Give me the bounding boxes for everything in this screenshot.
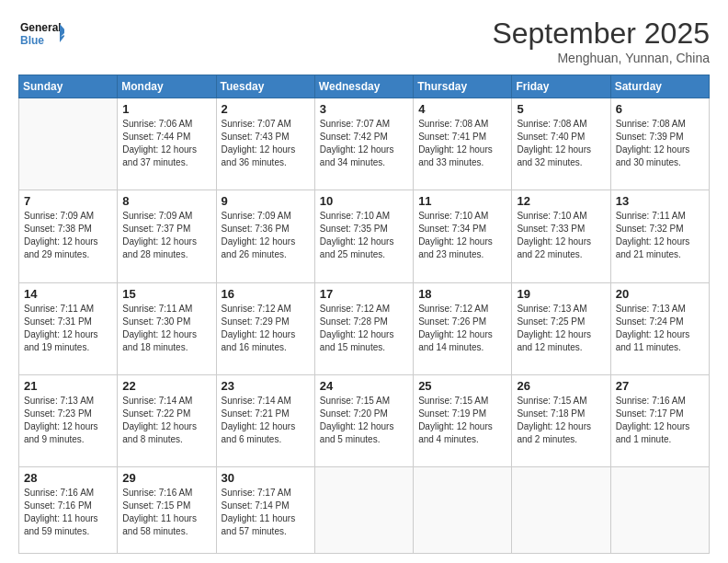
day-number: 27 <box>616 379 704 393</box>
svg-marker-2 <box>60 24 64 42</box>
col-friday: Friday <box>512 75 610 98</box>
day-number: 3 <box>320 102 408 116</box>
svg-text:Blue: Blue <box>20 34 44 47</box>
cell-4-0: 28Sunrise: 7:16 AM Sunset: 7:16 PM Dayli… <box>19 467 118 554</box>
day-info: Sunrise: 7:14 AM Sunset: 7:22 PM Dayligh… <box>122 395 210 446</box>
day-number: 23 <box>222 379 310 393</box>
day-number: 13 <box>616 194 704 208</box>
day-number: 20 <box>616 287 704 301</box>
cell-3-6: 27Sunrise: 7:16 AM Sunset: 7:17 PM Dayli… <box>610 375 709 467</box>
day-info: Sunrise: 7:11 AM Sunset: 7:30 PM Dayligh… <box>122 303 210 354</box>
day-info: Sunrise: 7:15 AM Sunset: 7:19 PM Dayligh… <box>418 395 506 446</box>
title-block: September 2025 Menghuan, Yunnan, China <box>492 17 710 65</box>
week-row-3: 14Sunrise: 7:11 AM Sunset: 7:31 PM Dayli… <box>19 282 710 374</box>
cell-3-2: 23Sunrise: 7:14 AM Sunset: 7:21 PM Dayli… <box>216 375 314 467</box>
day-info: Sunrise: 7:13 AM Sunset: 7:24 PM Dayligh… <box>616 303 704 354</box>
day-info: Sunrise: 7:07 AM Sunset: 7:43 PM Dayligh… <box>222 118 310 169</box>
cell-4-1: 29Sunrise: 7:16 AM Sunset: 7:15 PM Dayli… <box>118 467 216 554</box>
cell-0-3: 3Sunrise: 7:07 AM Sunset: 7:42 PM Daylig… <box>314 98 413 190</box>
cell-1-2: 9Sunrise: 7:09 AM Sunset: 7:36 PM Daylig… <box>216 190 314 282</box>
day-info: Sunrise: 7:14 AM Sunset: 7:21 PM Dayligh… <box>222 395 310 446</box>
cell-1-0: 7Sunrise: 7:09 AM Sunset: 7:38 PM Daylig… <box>19 190 118 282</box>
day-number: 10 <box>320 194 408 208</box>
cell-0-0 <box>19 98 118 190</box>
cell-0-1: 1Sunrise: 7:06 AM Sunset: 7:44 PM Daylig… <box>118 98 216 190</box>
cell-3-5: 26Sunrise: 7:15 AM Sunset: 7:18 PM Dayli… <box>512 375 610 467</box>
day-info: Sunrise: 7:10 AM Sunset: 7:35 PM Dayligh… <box>320 210 408 261</box>
day-number: 15 <box>122 287 210 301</box>
cell-1-1: 8Sunrise: 7:09 AM Sunset: 7:37 PM Daylig… <box>118 190 216 282</box>
day-info: Sunrise: 7:07 AM Sunset: 7:42 PM Dayligh… <box>320 118 408 169</box>
cell-4-4 <box>414 467 512 554</box>
day-number: 21 <box>24 379 112 393</box>
location: Menghuan, Yunnan, China <box>492 51 710 65</box>
day-number: 11 <box>418 194 506 208</box>
day-info: Sunrise: 7:13 AM Sunset: 7:25 PM Dayligh… <box>517 303 605 354</box>
day-number: 28 <box>24 471 112 485</box>
day-number: 30 <box>222 471 310 485</box>
day-info: Sunrise: 7:09 AM Sunset: 7:36 PM Dayligh… <box>222 210 310 261</box>
week-row-1: 1Sunrise: 7:06 AM Sunset: 7:44 PM Daylig… <box>19 98 710 190</box>
col-saturday: Saturday <box>610 75 709 98</box>
col-monday: Monday <box>118 75 216 98</box>
cell-4-5 <box>512 467 610 554</box>
day-number: 6 <box>616 102 704 116</box>
col-tuesday: Tuesday <box>216 75 314 98</box>
cell-2-2: 16Sunrise: 7:12 AM Sunset: 7:29 PM Dayli… <box>216 282 314 374</box>
page: General Blue September 2025 Menghuan, Yu… <box>0 0 728 563</box>
day-info: Sunrise: 7:09 AM Sunset: 7:38 PM Dayligh… <box>24 210 112 261</box>
cell-2-0: 14Sunrise: 7:11 AM Sunset: 7:31 PM Dayli… <box>19 282 118 374</box>
day-number: 24 <box>320 379 408 393</box>
week-row-4: 21Sunrise: 7:13 AM Sunset: 7:23 PM Dayli… <box>19 375 710 467</box>
cell-4-6 <box>610 467 709 554</box>
day-info: Sunrise: 7:16 AM Sunset: 7:16 PM Dayligh… <box>24 487 112 538</box>
col-thursday: Thursday <box>414 75 512 98</box>
header: General Blue September 2025 Menghuan, Yu… <box>18 17 710 65</box>
svg-text:General: General <box>20 21 62 34</box>
logo-svg: General Blue <box>18 17 64 53</box>
day-info: Sunrise: 7:15 AM Sunset: 7:18 PM Dayligh… <box>517 395 605 446</box>
month-title: September 2025 <box>492 17 710 51</box>
day-number: 25 <box>418 379 506 393</box>
day-info: Sunrise: 7:15 AM Sunset: 7:20 PM Dayligh… <box>320 395 408 446</box>
cell-2-3: 17Sunrise: 7:12 AM Sunset: 7:28 PM Dayli… <box>314 282 413 374</box>
day-info: Sunrise: 7:08 AM Sunset: 7:41 PM Dayligh… <box>418 118 506 169</box>
week-row-5: 28Sunrise: 7:16 AM Sunset: 7:16 PM Dayli… <box>19 467 710 554</box>
day-info: Sunrise: 7:06 AM Sunset: 7:44 PM Dayligh… <box>122 118 210 169</box>
col-wednesday: Wednesday <box>314 75 413 98</box>
day-number: 22 <box>122 379 210 393</box>
day-number: 2 <box>222 102 310 116</box>
day-number: 29 <box>122 471 210 485</box>
week-row-2: 7Sunrise: 7:09 AM Sunset: 7:38 PM Daylig… <box>19 190 710 282</box>
day-number: 14 <box>24 287 112 301</box>
day-info: Sunrise: 7:12 AM Sunset: 7:28 PM Dayligh… <box>320 303 408 354</box>
day-info: Sunrise: 7:11 AM Sunset: 7:32 PM Dayligh… <box>616 210 704 261</box>
day-info: Sunrise: 7:10 AM Sunset: 7:34 PM Dayligh… <box>418 210 506 261</box>
day-number: 9 <box>222 194 310 208</box>
cell-2-6: 20Sunrise: 7:13 AM Sunset: 7:24 PM Dayli… <box>610 282 709 374</box>
day-info: Sunrise: 7:11 AM Sunset: 7:31 PM Dayligh… <box>24 303 112 354</box>
cell-0-4: 4Sunrise: 7:08 AM Sunset: 7:41 PM Daylig… <box>414 98 512 190</box>
cell-0-5: 5Sunrise: 7:08 AM Sunset: 7:40 PM Daylig… <box>512 98 610 190</box>
cell-3-3: 24Sunrise: 7:15 AM Sunset: 7:20 PM Dayli… <box>314 375 413 467</box>
cell-1-3: 10Sunrise: 7:10 AM Sunset: 7:35 PM Dayli… <box>314 190 413 282</box>
day-number: 19 <box>517 287 605 301</box>
cell-3-1: 22Sunrise: 7:14 AM Sunset: 7:22 PM Dayli… <box>118 375 216 467</box>
cell-3-0: 21Sunrise: 7:13 AM Sunset: 7:23 PM Dayli… <box>19 375 118 467</box>
cell-2-1: 15Sunrise: 7:11 AM Sunset: 7:30 PM Dayli… <box>118 282 216 374</box>
cell-1-6: 13Sunrise: 7:11 AM Sunset: 7:32 PM Dayli… <box>610 190 709 282</box>
day-info: Sunrise: 7:16 AM Sunset: 7:17 PM Dayligh… <box>616 395 704 446</box>
day-number: 17 <box>320 287 408 301</box>
day-info: Sunrise: 7:17 AM Sunset: 7:14 PM Dayligh… <box>222 487 310 538</box>
cell-4-2: 30Sunrise: 7:17 AM Sunset: 7:14 PM Dayli… <box>216 467 314 554</box>
col-sunday: Sunday <box>19 75 118 98</box>
day-number: 1 <box>122 102 210 116</box>
day-number: 5 <box>517 102 605 116</box>
cell-1-4: 11Sunrise: 7:10 AM Sunset: 7:34 PM Dayli… <box>414 190 512 282</box>
day-number: 12 <box>517 194 605 208</box>
day-number: 4 <box>418 102 506 116</box>
day-info: Sunrise: 7:12 AM Sunset: 7:29 PM Dayligh… <box>222 303 310 354</box>
cell-0-6: 6Sunrise: 7:08 AM Sunset: 7:39 PM Daylig… <box>610 98 709 190</box>
day-info: Sunrise: 7:16 AM Sunset: 7:15 PM Dayligh… <box>122 487 210 538</box>
cell-0-2: 2Sunrise: 7:07 AM Sunset: 7:43 PM Daylig… <box>216 98 314 190</box>
